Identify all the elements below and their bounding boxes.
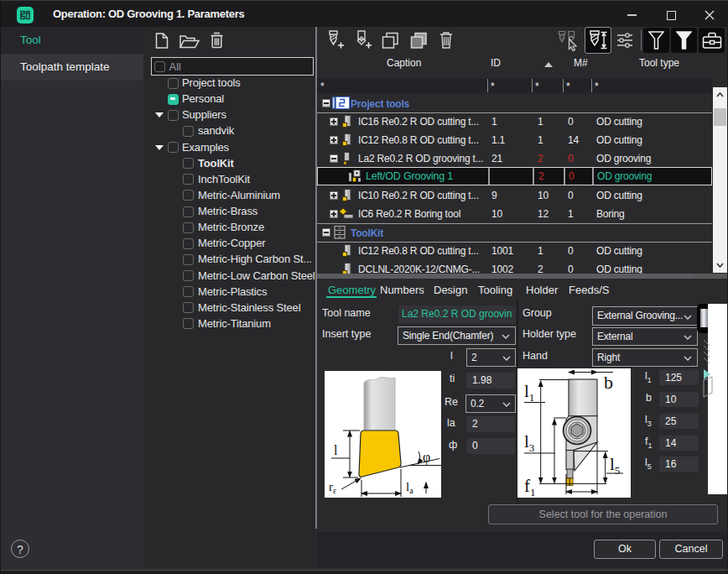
svg-text:l: l xyxy=(334,443,338,457)
svg-text:la: la xyxy=(406,480,413,495)
svg-text:f1: f1 xyxy=(524,476,536,498)
svg-text:l1: l1 xyxy=(524,381,534,404)
svg-text:rε: rε xyxy=(329,480,336,495)
svg-text:l3: l3 xyxy=(524,431,534,454)
svg-text:b: b xyxy=(604,372,613,393)
svg-text:φ: φ xyxy=(423,450,430,465)
